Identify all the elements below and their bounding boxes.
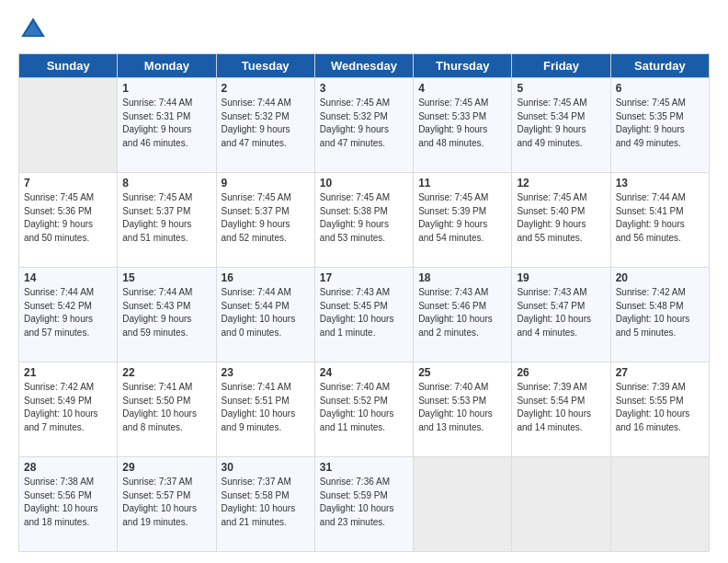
calendar-cell: 26Sunrise: 7:39 AMSunset: 5:54 PMDayligh… [512, 362, 610, 457]
calendar-week-1: 1Sunrise: 7:44 AMSunset: 5:31 PMDaylight… [19, 78, 710, 173]
calendar-cell [610, 457, 709, 552]
day-number: 1 [122, 82, 210, 95]
header-day-sunday: Sunday [19, 54, 118, 78]
day-number: 17 [320, 271, 408, 284]
day-number: 15 [122, 271, 210, 284]
day-info: Sunrise: 7:40 AMSunset: 5:53 PMDaylight:… [418, 381, 506, 434]
calendar-week-5: 28Sunrise: 7:38 AMSunset: 5:56 PMDayligh… [19, 457, 710, 552]
page: SundayMondayTuesdayWednesdayThursdayFrid… [0, 0, 728, 563]
day-number: 30 [222, 461, 310, 474]
day-number: 26 [517, 366, 605, 379]
day-number: 8 [122, 177, 210, 190]
day-info: Sunrise: 7:45 AMSunset: 5:37 PMDaylight:… [122, 191, 210, 245]
calendar-cell: 27Sunrise: 7:39 AMSunset: 5:55 PMDayligh… [610, 362, 709, 457]
day-info: Sunrise: 7:42 AMSunset: 5:48 PMDaylight:… [616, 286, 704, 339]
day-number: 12 [517, 177, 605, 190]
day-number: 2 [222, 82, 310, 95]
header-day-saturday: Saturday [610, 54, 709, 78]
day-number: 25 [418, 366, 506, 379]
calendar-cell: 25Sunrise: 7:40 AMSunset: 5:53 PMDayligh… [414, 362, 512, 457]
calendar-cell [414, 457, 512, 552]
day-info: Sunrise: 7:43 AMSunset: 5:46 PMDaylight:… [418, 286, 506, 339]
day-number: 14 [24, 271, 112, 284]
day-info: Sunrise: 7:37 AMSunset: 5:58 PMDaylight:… [222, 476, 310, 529]
header-day-wednesday: Wednesday [314, 54, 413, 78]
day-number: 18 [418, 271, 506, 284]
calendar-cell: 22Sunrise: 7:41 AMSunset: 5:50 PMDayligh… [118, 362, 216, 457]
day-info: Sunrise: 7:42 AMSunset: 5:49 PMDaylight:… [24, 381, 112, 434]
calendar-header: SundayMondayTuesdayWednesdayThursdayFrid… [19, 54, 710, 78]
day-number: 27 [616, 366, 704, 379]
day-number: 5 [517, 82, 605, 95]
day-info: Sunrise: 7:43 AMSunset: 5:47 PMDaylight:… [517, 286, 605, 339]
header-day-monday: Monday [118, 54, 216, 78]
header-day-tuesday: Tuesday [216, 54, 314, 78]
day-number: 28 [24, 461, 112, 474]
header-day-friday: Friday [512, 54, 610, 78]
day-info: Sunrise: 7:44 AMSunset: 5:43 PMDaylight:… [122, 286, 210, 339]
day-number: 13 [616, 177, 704, 190]
day-info: Sunrise: 7:45 AMSunset: 5:33 PMDaylight:… [418, 97, 506, 150]
calendar-cell: 11Sunrise: 7:45 AMSunset: 5:39 PMDayligh… [414, 173, 512, 268]
day-info: Sunrise: 7:37 AMSunset: 5:57 PMDaylight:… [122, 476, 210, 529]
day-info: Sunrise: 7:40 AMSunset: 5:52 PMDaylight:… [320, 381, 408, 434]
day-info: Sunrise: 7:45 AMSunset: 5:39 PMDaylight:… [418, 191, 506, 245]
day-number: 3 [320, 82, 408, 95]
calendar-cell: 5Sunrise: 7:45 AMSunset: 5:34 PMDaylight… [512, 78, 610, 173]
header-day-thursday: Thursday [414, 54, 512, 78]
calendar-cell: 24Sunrise: 7:40 AMSunset: 5:52 PMDayligh… [314, 362, 413, 457]
calendar-cell: 21Sunrise: 7:42 AMSunset: 5:49 PMDayligh… [19, 362, 118, 457]
calendar-week-3: 14Sunrise: 7:44 AMSunset: 5:42 PMDayligh… [19, 268, 710, 362]
calendar-cell: 6Sunrise: 7:45 AMSunset: 5:35 PMDaylight… [610, 78, 709, 173]
day-info: Sunrise: 7:45 AMSunset: 5:32 PMDaylight:… [320, 97, 408, 150]
calendar-cell: 15Sunrise: 7:44 AMSunset: 5:43 PMDayligh… [118, 268, 216, 362]
calendar-cell: 17Sunrise: 7:43 AMSunset: 5:45 PMDayligh… [314, 268, 413, 362]
day-number: 7 [24, 177, 112, 190]
calendar-cell: 10Sunrise: 7:45 AMSunset: 5:38 PMDayligh… [314, 173, 413, 268]
day-info: Sunrise: 7:45 AMSunset: 5:36 PMDaylight:… [24, 191, 112, 245]
day-info: Sunrise: 7:36 AMSunset: 5:59 PMDaylight:… [320, 476, 408, 529]
calendar-cell: 30Sunrise: 7:37 AMSunset: 5:58 PMDayligh… [216, 457, 314, 552]
day-info: Sunrise: 7:41 AMSunset: 5:50 PMDaylight:… [122, 381, 210, 434]
day-number: 9 [222, 177, 310, 190]
calendar-cell: 19Sunrise: 7:43 AMSunset: 5:47 PMDayligh… [512, 268, 610, 362]
calendar-cell [19, 78, 118, 173]
day-info: Sunrise: 7:43 AMSunset: 5:45 PMDaylight:… [320, 286, 408, 339]
day-info: Sunrise: 7:45 AMSunset: 5:34 PMDaylight:… [517, 97, 605, 150]
calendar-cell: 1Sunrise: 7:44 AMSunset: 5:31 PMDaylight… [118, 78, 216, 173]
day-number: 16 [222, 271, 310, 284]
calendar-cell: 20Sunrise: 7:42 AMSunset: 5:48 PMDayligh… [610, 268, 709, 362]
calendar-cell: 12Sunrise: 7:45 AMSunset: 5:40 PMDayligh… [512, 173, 610, 268]
calendar-week-4: 21Sunrise: 7:42 AMSunset: 5:49 PMDayligh… [19, 362, 710, 457]
day-info: Sunrise: 7:44 AMSunset: 5:32 PMDaylight:… [222, 97, 310, 150]
calendar-cell: 31Sunrise: 7:36 AMSunset: 5:59 PMDayligh… [314, 457, 413, 552]
day-info: Sunrise: 7:44 AMSunset: 5:42 PMDaylight:… [24, 286, 112, 339]
day-number: 24 [320, 366, 408, 379]
calendar-cell: 7Sunrise: 7:45 AMSunset: 5:36 PMDaylight… [19, 173, 118, 268]
day-info: Sunrise: 7:39 AMSunset: 5:55 PMDaylight:… [616, 381, 704, 434]
calendar-cell: 13Sunrise: 7:44 AMSunset: 5:41 PMDayligh… [610, 173, 709, 268]
day-number: 22 [122, 366, 210, 379]
day-number: 20 [616, 271, 704, 284]
logo [18, 15, 51, 44]
calendar-cell: 8Sunrise: 7:45 AMSunset: 5:37 PMDaylight… [118, 173, 216, 268]
day-info: Sunrise: 7:44 AMSunset: 5:41 PMDaylight:… [616, 191, 704, 245]
day-info: Sunrise: 7:45 AMSunset: 5:40 PMDaylight:… [517, 191, 605, 245]
day-number: 19 [517, 271, 605, 284]
day-info: Sunrise: 7:44 AMSunset: 5:31 PMDaylight:… [122, 97, 210, 150]
calendar-cell: 2Sunrise: 7:44 AMSunset: 5:32 PMDaylight… [216, 78, 314, 173]
calendar-cell: 18Sunrise: 7:43 AMSunset: 5:46 PMDayligh… [414, 268, 512, 362]
calendar-cell: 4Sunrise: 7:45 AMSunset: 5:33 PMDaylight… [414, 78, 512, 173]
calendar-cell [512, 457, 610, 552]
logo-icon [18, 15, 48, 44]
day-info: Sunrise: 7:41 AMSunset: 5:51 PMDaylight:… [222, 381, 310, 434]
day-info: Sunrise: 7:38 AMSunset: 5:56 PMDaylight:… [24, 476, 112, 529]
day-number: 29 [122, 461, 210, 474]
day-info: Sunrise: 7:39 AMSunset: 5:54 PMDaylight:… [517, 381, 605, 434]
calendar-cell: 16Sunrise: 7:44 AMSunset: 5:44 PMDayligh… [216, 268, 314, 362]
calendar-cell: 23Sunrise: 7:41 AMSunset: 5:51 PMDayligh… [216, 362, 314, 457]
calendar-cell: 3Sunrise: 7:45 AMSunset: 5:32 PMDaylight… [314, 78, 413, 173]
calendar-table: SundayMondayTuesdayWednesdayThursdayFrid… [18, 53, 710, 552]
day-info: Sunrise: 7:45 AMSunset: 5:35 PMDaylight:… [616, 97, 704, 150]
day-info: Sunrise: 7:44 AMSunset: 5:44 PMDaylight:… [222, 286, 310, 339]
